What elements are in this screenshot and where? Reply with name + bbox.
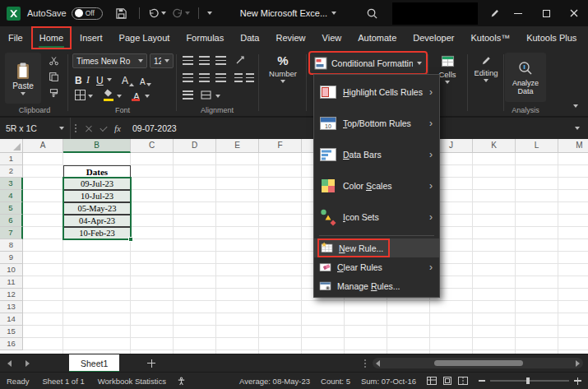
cell-B6[interactable]: 04-Apr-23 (63, 215, 131, 227)
paste-dropdown-icon[interactable] (21, 92, 25, 95)
page-layout-view-icon[interactable] (442, 377, 452, 385)
status-sheet-1-of-1[interactable]: Sheet 1 of 1 (42, 377, 84, 386)
tab-formulas[interactable]: Formulas (178, 26, 232, 49)
row-header-1[interactable]: 1 (0, 153, 23, 165)
row-header-11[interactable]: 11 (0, 276, 23, 289)
font-name-dropdown-icon[interactable] (138, 59, 143, 63)
underline-dropdown-icon[interactable] (107, 78, 112, 81)
column-header-D[interactable]: D (174, 139, 216, 153)
formula-value[interactable]: 09-07-2023 (132, 123, 177, 133)
zoom-in-icon[interactable] (574, 377, 581, 385)
font-size-combobox[interactable]: 12 (150, 53, 174, 68)
row-header-13[interactable]: 13 (0, 301, 23, 313)
merge-center-icon[interactable] (199, 89, 212, 100)
normal-view-icon[interactable] (427, 377, 437, 385)
title-dropdown-icon[interactable] (331, 12, 336, 15)
font-color-dropdown-icon[interactable] (145, 95, 150, 98)
align-middle-icon[interactable] (197, 54, 211, 66)
wrap-text-icon[interactable] (181, 89, 194, 100)
name-box-dropdown-icon[interactable] (59, 127, 64, 130)
copy-button[interactable] (44, 70, 63, 83)
menu-item-top-bottom-rules[interactable]: 10Top/Bottom Rules› (314, 108, 439, 139)
column-header-E[interactable]: E (216, 139, 259, 153)
tab-help[interactable]: Help (585, 26, 588, 49)
cut-button[interactable] (44, 53, 63, 67)
analyze-data-button[interactable]: Analyze Data (505, 53, 546, 102)
fill-color-button[interactable] (104, 89, 115, 101)
enter-button[interactable] (96, 121, 111, 136)
format-painter-button[interactable] (44, 86, 63, 100)
customize-qat-icon[interactable] (207, 12, 212, 15)
document-title-area[interactable]: New Microsoft Exce... (240, 8, 336, 18)
row-header-5[interactable]: 5 (0, 202, 23, 215)
underline-button[interactable]: U (96, 72, 104, 86)
scroll-left-icon[interactable] (376, 360, 380, 367)
cell-B5[interactable]: 05-May-23 (63, 202, 131, 215)
editing-group-button[interactable]: Editing (469, 54, 503, 82)
column-header-K[interactable]: K (473, 139, 516, 153)
tab-home[interactable]: Home (31, 26, 72, 49)
row-header-10[interactable]: 10 (0, 264, 23, 276)
zoom-track[interactable] (490, 380, 569, 382)
align-center-icon[interactable] (197, 72, 211, 83)
align-bottom-icon[interactable] (214, 54, 227, 66)
document-title[interactable]: New Microsoft Exce... (240, 8, 327, 18)
cell-B4[interactable]: 10-Jul-23 (63, 190, 131, 202)
row-header-15[interactable]: 15 (0, 326, 23, 338)
tab-page-layout[interactable]: Page Layout (111, 26, 178, 49)
cancel-button[interactable] (81, 121, 96, 136)
row-header-14[interactable]: 14 (0, 313, 23, 326)
row-header-3[interactable]: 3 (0, 178, 23, 190)
menu-item-data-bars[interactable]: Data Bars› (314, 139, 439, 170)
autosave-toggle[interactable]: Off (72, 7, 103, 20)
cell-B3[interactable]: 09-Jul-23 (63, 178, 131, 190)
paste-button[interactable]: Paste (5, 53, 41, 104)
new-sheet-button[interactable] (144, 356, 159, 371)
orientation-icon[interactable] (234, 54, 247, 66)
name-box[interactable]: 5R x 1C (0, 118, 71, 139)
increase-indent-icon[interactable] (243, 72, 257, 83)
zoom-out-icon[interactable] (479, 380, 485, 381)
tab-kutools[interactable]: Kutools™ (462, 26, 518, 49)
edit-pencil-icon[interactable] (486, 4, 504, 22)
save-icon[interactable] (113, 4, 131, 22)
expand-formula-bar-icon[interactable] (575, 127, 580, 130)
undo-button[interactable] (148, 7, 166, 19)
row-header-7[interactable]: 7 (0, 227, 23, 239)
maximize-button[interactable] (532, 0, 560, 26)
column-header-A[interactable]: A (23, 139, 63, 153)
tab-data[interactable]: Data (232, 26, 267, 49)
italic-button[interactable]: I (86, 72, 90, 86)
bold-button[interactable]: B (75, 72, 82, 86)
sheet-tab-sheet1[interactable]: Sheet1 (69, 354, 119, 373)
fill-color-dropdown-icon[interactable] (117, 95, 122, 98)
tab-file[interactable]: File (0, 26, 31, 49)
redo-dropdown-icon[interactable] (185, 12, 190, 15)
previous-sheet-button[interactable] (0, 354, 18, 373)
menu-item-new-rule[interactable]: New Rule... (314, 238, 439, 257)
scroll-right-icon[interactable] (576, 360, 580, 367)
minimize-button[interactable] (504, 0, 532, 26)
align-left-icon[interactable] (181, 72, 194, 83)
borders-icon[interactable] (75, 90, 86, 100)
tab-review[interactable]: Review (267, 26, 313, 49)
accessibility-icon[interactable] (176, 375, 188, 387)
row-header-16[interactable]: 16 (0, 338, 23, 350)
font-size-dropdown-icon[interactable] (164, 59, 169, 63)
horizontal-scrollbar[interactable] (373, 358, 583, 368)
cell-B2[interactable]: Dates (63, 165, 131, 178)
tab-automate[interactable]: Automate (350, 26, 405, 49)
formula-bar-handle[interactable] (75, 124, 77, 132)
merge-center-dropdown-icon[interactable] (215, 95, 220, 98)
row-header-2[interactable]: 2 (0, 165, 23, 178)
grow-font-button[interactable]: A (122, 72, 134, 86)
status-workbook-statistics[interactable]: Workbook Statistics (98, 377, 166, 386)
scrollbar-thumb[interactable] (434, 360, 523, 366)
align-right-icon[interactable] (214, 72, 227, 83)
row-header-9[interactable]: 9 (0, 252, 23, 264)
excel-logo-icon[interactable] (7, 7, 21, 21)
menu-item-color-scales[interactable]: Color Scales› (314, 170, 439, 201)
font-color-button[interactable]: A (132, 88, 141, 101)
close-button[interactable] (560, 0, 588, 26)
status-sum[interactable]: Sum: 07-Oct-16 (361, 377, 416, 386)
